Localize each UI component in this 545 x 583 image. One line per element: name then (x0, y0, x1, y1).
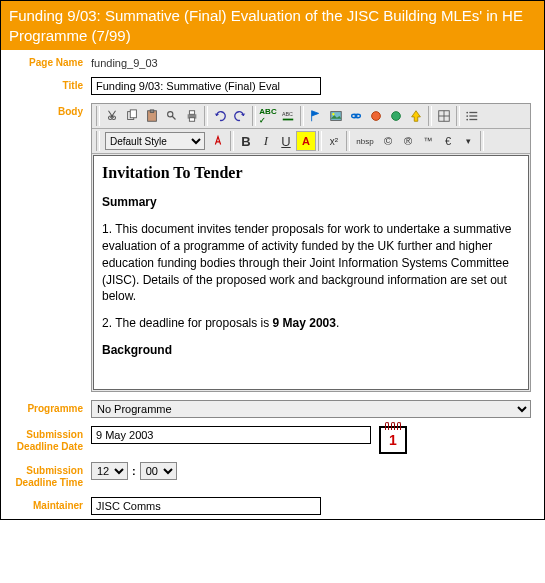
toolbar-1: ABC✓ ABC (92, 104, 530, 129)
calendar-day: 1 (381, 432, 405, 448)
svg-point-11 (332, 113, 334, 115)
undo-icon[interactable] (210, 106, 230, 126)
deadline-date-input[interactable] (91, 426, 371, 444)
more-icon[interactable]: ▾ (458, 131, 478, 151)
color-icon[interactable] (386, 106, 406, 126)
link-icon[interactable] (346, 106, 366, 126)
svg-point-13 (355, 114, 360, 118)
copy-icon[interactable] (122, 106, 142, 126)
spellcheck-icon[interactable]: ABC✓ (258, 106, 278, 126)
label-deadline-date: Submission Deadline Date (9, 426, 91, 453)
spellcheck-config-icon[interactable]: ABC (278, 106, 298, 126)
highlight-icon[interactable]: A (296, 131, 316, 151)
toolbar-2: Default Style B I U A x² nbsp © ® ™ € ▾ (92, 129, 530, 154)
hour-select[interactable]: 12 (91, 462, 128, 480)
label-deadline-time: Submission Deadline Time (9, 462, 91, 489)
label-body: Body (9, 103, 91, 118)
sep (204, 106, 208, 126)
body-para-1: 1. This document invites tender proposal… (102, 221, 520, 305)
editor-body[interactable]: Invitation To Tender Summary 1. This doc… (93, 155, 529, 390)
svg-rect-8 (189, 118, 194, 122)
row-deadline-date: Submission Deadline Date 1 (1, 422, 544, 458)
svg-point-14 (372, 112, 381, 121)
bold-button[interactable]: B (236, 131, 256, 151)
calendar-icon[interactable]: 1 (379, 426, 407, 454)
time-controls: 12 : 00 (91, 462, 177, 480)
svg-point-23 (466, 115, 468, 117)
sep (456, 106, 460, 126)
sep (230, 131, 234, 151)
sep (252, 106, 256, 126)
image-icon[interactable] (326, 106, 346, 126)
minute-select[interactable]: 00 (140, 462, 177, 480)
sep (428, 106, 432, 126)
sep (346, 131, 350, 151)
print-icon[interactable] (182, 106, 202, 126)
style-select[interactable]: Default Style (105, 132, 205, 150)
paste-icon[interactable] (142, 106, 162, 126)
body-heading: Invitation To Tender (102, 162, 520, 184)
svg-point-22 (466, 112, 468, 114)
sep (96, 106, 100, 126)
sep (300, 106, 304, 126)
svg-rect-3 (150, 110, 154, 113)
body-subhead-1: Summary (102, 194, 520, 211)
row-page-name: Page Name funding_9_03 (1, 50, 544, 73)
registered-button[interactable]: ® (398, 131, 418, 151)
row-title: Title (1, 73, 544, 99)
sep (96, 131, 100, 151)
body-subhead-2: Background (102, 342, 520, 359)
row-programme: Programme No Programme (1, 396, 544, 422)
rich-text-editor: ABC✓ ABC Default Style B I U A (91, 103, 531, 392)
underline-button[interactable]: U (276, 131, 296, 151)
svg-point-15 (392, 112, 401, 121)
italic-button[interactable]: I (256, 131, 276, 151)
svg-rect-7 (189, 111, 194, 115)
flag-icon[interactable] (306, 106, 326, 126)
svg-point-24 (466, 119, 468, 121)
table-icon[interactable] (434, 106, 454, 126)
sep (480, 131, 484, 151)
title-input[interactable] (91, 77, 321, 95)
row-body: Body ABC✓ ABC (1, 99, 544, 396)
arrow-up-icon[interactable] (406, 106, 426, 126)
cut-icon[interactable] (102, 106, 122, 126)
label-maintainer: Maintainer (9, 497, 91, 512)
anchor-icon[interactable] (366, 106, 386, 126)
euro-button[interactable]: € (438, 131, 458, 151)
copyright-button[interactable]: © (378, 131, 398, 151)
value-page-name: funding_9_03 (91, 54, 158, 69)
label-title: Title (9, 77, 91, 92)
time-separator: : (132, 465, 136, 477)
page-header: Funding 9/03: Summative (Final) Evaluati… (1, 1, 544, 50)
row-maintainer: Maintainer (1, 493, 544, 519)
svg-rect-1 (130, 110, 136, 118)
trademark-button[interactable]: ™ (418, 131, 438, 151)
redo-icon[interactable] (230, 106, 250, 126)
find-icon[interactable] (162, 106, 182, 126)
sep (318, 131, 322, 151)
nbsp-button[interactable]: nbsp (352, 131, 378, 151)
label-programme: Programme (9, 400, 91, 415)
row-deadline-time: Submission Deadline Time 12 : 00 (1, 458, 544, 493)
label-page-name: Page Name (9, 54, 91, 69)
maintainer-input[interactable] (91, 497, 321, 515)
header-title: Funding 9/03: Summative (Final) Evaluati… (9, 7, 523, 44)
svg-line-5 (172, 116, 176, 120)
programme-select[interactable]: No Programme (91, 400, 531, 418)
superscript-button[interactable]: x² (324, 131, 344, 151)
font-color-icon[interactable] (208, 131, 228, 151)
list-icon[interactable] (462, 106, 482, 126)
svg-text:ABC: ABC (282, 111, 293, 117)
calendar-spiral (384, 422, 402, 430)
svg-rect-10 (331, 112, 342, 121)
body-para-2: 2. The deadline for proposals is 9 May 2… (102, 315, 520, 332)
